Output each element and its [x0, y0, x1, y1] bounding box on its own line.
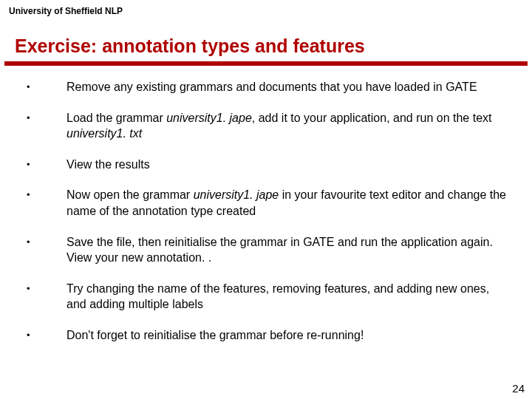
list-item: • Save the file, then reinitialise the g… — [25, 234, 507, 266]
filename: university1. jape — [166, 112, 252, 124]
filename: university1. txt — [66, 127, 142, 140]
bullet-text: Now open the grammar university1. jape i… — [66, 187, 507, 219]
bullet-icon: • — [25, 281, 66, 296]
bullet-text: Try changing the name of the features, r… — [66, 281, 507, 313]
list-item: • View the results — [25, 157, 507, 173]
bullet-icon: • — [25, 187, 66, 202]
bullet-icon: • — [25, 327, 66, 342]
text-run: Load the grammar — [66, 112, 166, 124]
page-number: 24 — [512, 382, 525, 395]
list-item: • Try changing the name of the features,… — [25, 281, 507, 313]
bullet-icon: • — [25, 234, 66, 249]
text-run: , add it to your application, and run on… — [252, 112, 492, 124]
filename: university1. jape — [194, 188, 279, 201]
bullet-icon: • — [25, 157, 66, 171]
list-item: • Load the grammar university1. jape, ad… — [25, 110, 507, 142]
list-item: • Remove any existing grammars and docum… — [25, 79, 507, 95]
bullet-text: View the results — [66, 157, 507, 173]
list-item: • Now open the grammar university1. jape… — [25, 187, 507, 219]
list-item: • Don't forget to reinitialise the gramm… — [25, 327, 507, 344]
slide-title: Exercise: annotation types and features — [0, 16, 532, 61]
bullet-text: Save the file, then reinitialise the gra… — [66, 234, 507, 266]
slide-body: • Remove any existing grammars and docum… — [0, 66, 532, 344]
bullet-text: Load the grammar university1. jape, add … — [66, 110, 507, 142]
header-org: University of Sheffield NLP — [0, 0, 532, 16]
bullet-text: Remove any existing grammars and documen… — [66, 79, 507, 95]
bullet-icon: • — [25, 110, 66, 125]
bullet-icon: • — [25, 79, 66, 94]
bullet-text: Don't forget to reinitialise the grammar… — [66, 327, 507, 344]
text-run: Now open the grammar — [66, 188, 194, 201]
